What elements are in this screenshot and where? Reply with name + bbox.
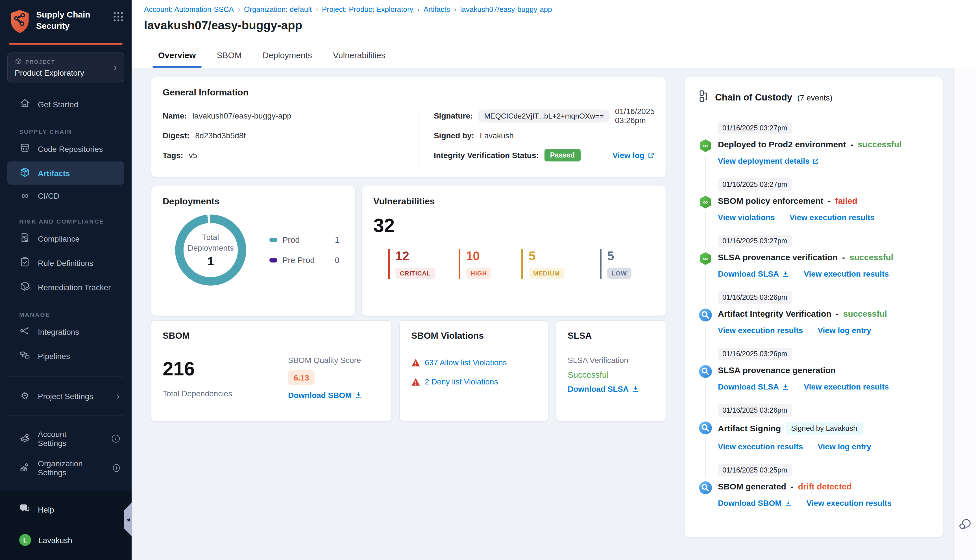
name-label: Name: [163, 111, 187, 120]
box-bandage-icon [19, 280, 30, 293]
view-violations-link[interactable]: View violations [718, 213, 775, 222]
view-log-entry-link[interactable]: View log entry [818, 442, 871, 451]
breadcrumb-account[interactable]: Account: Automation-SSCA [144, 5, 234, 13]
signature-value[interactable]: MEQCICde2VjIT...bL+2+mqnOXw== [479, 109, 609, 122]
sidebar-item-rule-definitions[interactable]: Rule Definitions [7, 251, 124, 274]
view-execution-results-link[interactable]: View execution results [790, 213, 874, 222]
sidebar-item-artifacts[interactable]: Artifacts [7, 162, 124, 185]
chevron-right-icon: › [114, 63, 117, 72]
sidebar-item-remediation-tracker[interactable]: Remediation Tracker [7, 275, 124, 298]
card-title: Vulnerabilities [373, 197, 655, 207]
event-status: successful [843, 309, 887, 318]
download-icon [355, 391, 363, 399]
event-title: SLSA provenance verification [718, 252, 838, 262]
card-title: SLSA [568, 331, 655, 341]
view-log-entry-link[interactable]: View log entry [818, 326, 871, 335]
tab-overview[interactable]: Overview [152, 50, 201, 68]
download-icon [782, 383, 789, 391]
digest-value: 8d23bd3b5d8f [195, 131, 246, 140]
breadcrumb-project[interactable]: Project: Product Exploratory [322, 5, 414, 13]
custody-event: 01/16/2025 03:27pm SBOM policy enforceme… [698, 178, 933, 222]
legend-item-pre-prod: Pre Prod 0 [269, 256, 339, 265]
view-execution-results-link[interactable]: View execution results [807, 498, 892, 508]
sidebar: Supply Chain Security PROJECT [0, 0, 132, 560]
allow-list-violations-link[interactable]: 637 Allow list Violations [425, 358, 507, 367]
general-information-card: General Information Name:lavakush07/easy… [151, 77, 666, 177]
download-slsa-link[interactable]: Download SLSA [718, 269, 789, 278]
download-icon [782, 270, 789, 278]
view-execution-results-link[interactable]: View execution results [804, 382, 889, 391]
event-status: successful [858, 140, 901, 149]
card-title: SBOM Violations [411, 331, 537, 341]
vulnerabilities-card: Vulnerabilities 32 12 CRITICAL 10 HIGH [362, 186, 666, 316]
sidebar-item-label: Organization Settings [38, 459, 98, 477]
sidebar-item-organization-settings[interactable]: Organization Settings i [7, 454, 124, 482]
view-execution-results-link[interactable]: View execution results [718, 442, 803, 451]
breadcrumb-organization[interactable]: Organization: default [244, 5, 312, 13]
event-timestamp: 01/16/2025 03:26pm [718, 404, 792, 417]
view-log-link[interactable]: View log [612, 151, 655, 160]
sidebar-item-code-repositories[interactable]: Code Repositories [7, 137, 124, 160]
name-value: lavakush07/easy-buggy-app [193, 111, 292, 120]
sidebar-item-compliance[interactable]: Compliance [7, 227, 124, 250]
breadcrumb-separator: › [454, 5, 456, 13]
event-title: Artifact Signing [718, 423, 781, 433]
ssca-magnifier-icon [698, 420, 713, 435]
separator: - [850, 140, 853, 149]
info-icon[interactable]: i [112, 435, 120, 443]
legend-label: Prod [282, 235, 300, 245]
slsa-verification-label: SLSA Verification [568, 356, 655, 365]
severity-count: 5 [529, 249, 600, 263]
view-execution-results-link[interactable]: View execution results [804, 269, 889, 278]
deny-list-violations-link[interactable]: 2 Deny list Violations [425, 377, 498, 386]
divider [7, 415, 124, 415]
user-menu[interactable]: L Lavakush [7, 529, 124, 551]
help-button[interactable]: ? Help [7, 498, 124, 521]
sidebar-item-integrations[interactable]: Integrations [7, 320, 124, 343]
donut-center-label: Total Deployments [184, 232, 238, 253]
brand-divider [9, 43, 123, 45]
page-title: lavakush07/easy-buggy-app [144, 18, 976, 32]
divider [7, 377, 124, 377]
download-icon [631, 385, 639, 393]
tab-vulnerabilities[interactable]: Vulnerabilities [327, 50, 391, 68]
sidebar-item-pipelines[interactable]: Pipelines [7, 344, 124, 368]
event-title: SLSA provenance generation [718, 365, 836, 375]
view-execution-results-link[interactable]: View execution results [718, 326, 803, 335]
feedback-chat-icon[interactable] [958, 518, 971, 533]
event-timestamp: 01/16/2025 03:26pm [718, 348, 792, 360]
module-grid-icon[interactable] [113, 11, 124, 24]
event-status: successful [849, 252, 893, 262]
sidebar-item-get-started[interactable]: Get Started [7, 93, 124, 116]
pipeline-hexagon-icon: ∞ [698, 251, 713, 266]
download-slsa-link[interactable]: Download SLSA [568, 385, 655, 393]
tab-deployments[interactable]: Deployments [257, 50, 318, 68]
share-nodes-icon [19, 325, 30, 338]
info-icon[interactable]: i [113, 464, 120, 472]
legend-label: Pre Prod [282, 256, 315, 265]
breadcrumb-artifacts[interactable]: Artifacts [424, 5, 450, 13]
deployments-legend: Prod 1 Pre Prod 0 [269, 235, 339, 265]
view-deployment-details-link[interactable]: View deployment details [718, 157, 819, 165]
severity-high: 10 HIGH [459, 249, 521, 279]
package-box-icon [19, 167, 30, 180]
sidebar-item-account-settings[interactable]: Account Settings i [7, 425, 124, 453]
tab-sbom[interactable]: SBOM [211, 50, 247, 68]
ssca-magnifier-icon [698, 480, 713, 495]
sidebar-item-project-settings[interactable]: ⚙ Project Settings › [7, 386, 124, 406]
sidebar-item-cicd[interactable]: ∞ CI/CD [7, 186, 124, 205]
download-sbom-link[interactable]: Download SBOM [288, 391, 363, 400]
download-sbom-link[interactable]: Download SBOM [718, 498, 792, 508]
download-slsa-link[interactable]: Download SLSA [718, 382, 789, 391]
donut-center-value: 1 [207, 255, 214, 268]
sidebar-item-label: Pipelines [38, 352, 70, 360]
custody-event: 01/16/2025 03:27pm Deployed to Prod2 env… [698, 122, 933, 165]
section-label-supply-chain: SUPPLY CHAIN [19, 128, 132, 135]
chain-of-custody-icon [698, 90, 710, 105]
breadcrumb: Account: Automation-SSCA › Organization:… [144, 5, 976, 13]
sidebar-item-label: Integrations [38, 327, 79, 336]
breadcrumb-current[interactable]: lavakush07/easy-buggy-app [460, 5, 552, 13]
pipeline-flow-icon [19, 350, 30, 362]
project-selector[interactable]: PROJECT Product Exploratory › [7, 52, 124, 82]
sbom-card: SBOM 216 Total Dependencies SBOM Quality… [151, 320, 392, 422]
